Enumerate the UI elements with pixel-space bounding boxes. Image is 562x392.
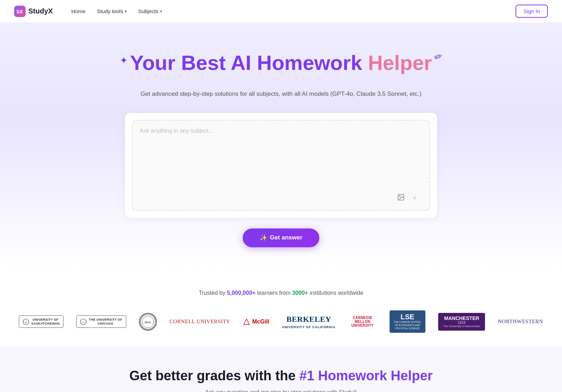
trusted-section: Trusted by 5,000,000+ learners from 3000…: [0, 269, 562, 347]
seal-icon: SEAL: [140, 313, 156, 331]
university-logo-lse: LSE THE LONDON SCHOOLOF ECONOMICS ANDPOL…: [390, 310, 425, 333]
svg-point-3: [399, 195, 400, 197]
university-logo-cornell: Cornell University: [170, 319, 230, 325]
get-answer-icon: ✨: [260, 234, 267, 242]
math-icon: √: [413, 193, 420, 201]
navbar: SX StudyX Home Study tools ▾ Subjects ▾ …: [0, 0, 562, 23]
svg-text:U: U: [25, 321, 27, 324]
bottom-title: Get better grades with the #1 Homework H…: [14, 368, 548, 383]
image-upload-button[interactable]: [395, 192, 407, 203]
svg-text:SX: SX: [16, 9, 23, 15]
nav-home[interactable]: Home: [67, 5, 90, 17]
logo-text: StudyX: [28, 7, 53, 15]
university-logo-mcgill: McGill: [243, 318, 269, 325]
trusted-text: Trusted by 5,000,000+ learners from 3000…: [14, 290, 548, 296]
svg-text:C: C: [83, 321, 84, 324]
star-decoration-icon: ✦: [120, 55, 128, 66]
hero-title: Your Best AI Homework Helper: [130, 51, 432, 75]
sask-crest-icon: U: [23, 319, 29, 325]
input-box: √: [132, 120, 430, 211]
hero-subtitle: Get advanced step-by-step solutions for …: [14, 89, 548, 99]
university-logo-seal: SEAL: [139, 313, 157, 331]
bottom-section: Get better grades with the #1 Homework H…: [0, 347, 562, 392]
university-logos: U UNIVERSITY OF SASKATCHEWAN C THE UNIVE…: [14, 310, 548, 333]
nav-links: Home Study tools ▾ Subjects ▾: [67, 5, 516, 17]
bottom-subtitle: Ask any question and get step-by-step so…: [14, 389, 548, 392]
pencil-decoration-icon: ✏: [432, 50, 444, 64]
logo-icon: SX: [14, 6, 26, 17]
question-input[interactable]: [140, 128, 422, 192]
university-logo-saskatchewan: U UNIVERSITY OF SASKATCHEWAN: [19, 315, 64, 328]
svg-text:SEAL: SEAL: [144, 320, 151, 324]
university-logo-chicago: C THE UNIVERSITY OF CHICAGO: [76, 315, 126, 328]
university-logo-manchester: MANCHESTER 1824 The University of Manche…: [438, 313, 485, 331]
nav-study-tools[interactable]: Study tools ▾: [93, 5, 131, 17]
study-tools-chevron-icon: ▾: [125, 9, 127, 14]
input-container: √: [125, 113, 437, 218]
university-logo-northwestern: Northwestern: [498, 319, 543, 325]
input-toolbar: √: [140, 192, 422, 203]
svg-text:√: √: [413, 194, 417, 200]
chicago-crest-icon: C: [80, 319, 87, 325]
logo[interactable]: SX StudyX: [14, 6, 53, 17]
get-answer-button[interactable]: ✨ Get answer: [243, 228, 320, 247]
subjects-chevron-icon: ▾: [160, 9, 162, 14]
math-formula-button[interactable]: √: [411, 192, 422, 203]
nav-subjects[interactable]: Subjects ▾: [134, 5, 166, 17]
image-icon: [397, 193, 405, 201]
university-logo-berkeley: Berkeley UNIVERSITY OF CALIFORNIA: [282, 315, 336, 329]
sign-in-button[interactable]: Sign In: [516, 5, 548, 18]
university-logo-carnegie-mellon: Carnegie Mellon University: [348, 316, 377, 327]
nav-right: Sign In: [516, 5, 548, 18]
hero-section: ✦ Your Best AI Homework Helper ✏ Get adv…: [0, 23, 562, 269]
mcgill-icon: [243, 318, 250, 325]
